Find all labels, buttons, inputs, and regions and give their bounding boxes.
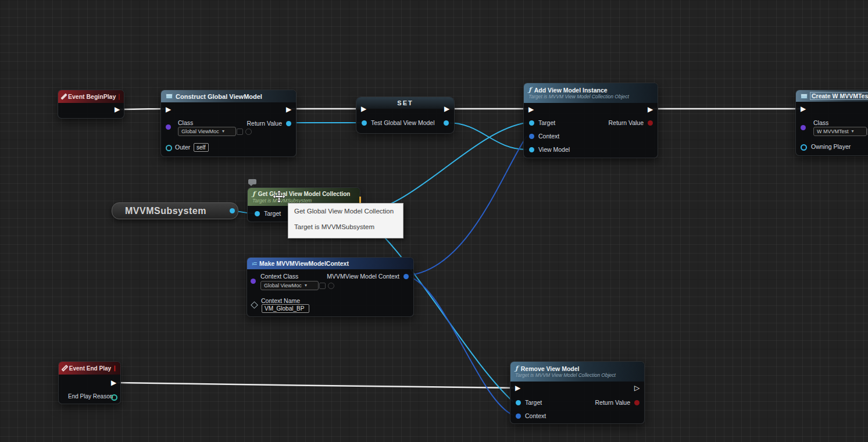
class-dropdown[interactable]: W MVVMTest ▾ <box>813 127 867 136</box>
context-class-dropdown[interactable]: Global ViewMoc ▾ <box>260 281 319 290</box>
exec-out-pin[interactable] <box>110 379 117 387</box>
class-label: Class <box>813 119 828 126</box>
subsystem-out-pin[interactable] <box>230 208 235 213</box>
wire-exec-endplay-remove <box>117 383 514 388</box>
wire-data-getglobal-add-target <box>355 123 527 213</box>
exec-in-pin[interactable] <box>514 384 521 392</box>
class-pin[interactable] <box>166 124 171 130</box>
context-pin[interactable] <box>529 134 534 139</box>
event-icon <box>61 365 68 372</box>
return-value-pin[interactable] <box>634 400 640 405</box>
construct-icon <box>166 94 173 99</box>
context-name-pin[interactable] <box>251 301 258 309</box>
node-title: Add View Model Instance <box>534 87 608 94</box>
return-value-label: Return Value <box>595 399 630 406</box>
context-class-pin[interactable] <box>251 279 256 284</box>
exec-out-pin[interactable] <box>633 384 641 392</box>
wire-data-make-remove-context <box>405 276 513 415</box>
node-mvvm-subsystem[interactable]: MVVMSubsystem <box>112 202 238 219</box>
exec-out-pin[interactable] <box>285 106 292 113</box>
node-tooltip: Get Global View Model Collection Target … <box>288 203 403 238</box>
exec-out-pin[interactable] <box>443 105 451 113</box>
viewmodel-context-out-pin[interactable] <box>403 274 409 279</box>
view-model-pin[interactable] <box>529 147 534 152</box>
target-pin[interactable] <box>529 120 534 126</box>
context-name-label: Context Name <box>261 297 300 304</box>
node-construct-global-viewmodel[interactable]: Construct Global ViewModel Class Global … <box>160 90 297 157</box>
exec-in-pin[interactable] <box>527 106 535 113</box>
comment-bubble-icon[interactable] <box>248 179 256 184</box>
make-struct-icon: ›= <box>252 261 256 266</box>
exec-in-pin[interactable] <box>360 105 367 113</box>
hover-highlight-tick <box>359 197 361 203</box>
node-event-end-play[interactable]: Event End Play End Play Reason <box>58 361 121 404</box>
node-title: Create W MVVMTest Wi <box>810 92 868 100</box>
end-play-reason-pin[interactable] <box>111 394 117 401</box>
target-label: Target <box>538 119 555 126</box>
return-value-label: Return Value <box>608 119 644 126</box>
copy-icon[interactable] <box>319 283 326 289</box>
class-label: Class <box>178 119 193 126</box>
class-asset-icons[interactable] <box>237 129 252 135</box>
class-asset-icons[interactable] <box>319 283 334 289</box>
blueprint-graph-canvas[interactable]: Event BeginPlay Construct Global ViewMod… <box>0 0 868 442</box>
return-value-pin[interactable] <box>648 120 653 126</box>
move-cursor-icon <box>273 190 285 203</box>
wire-data-set-add-viewmodel <box>448 123 527 149</box>
variable-label: Test Global View Model <box>371 119 435 126</box>
node-remove-view-model[interactable]: ƒ Remove View Model Target is MVVM View … <box>510 361 645 424</box>
output-label: MVVMView Model Context <box>327 273 399 280</box>
node-title: Get Global View Model Collection <box>258 191 351 198</box>
exec-out-pin[interactable] <box>646 106 654 113</box>
node-create-widget[interactable]: Create W MVVMTest Wi Class W MVVMTest ▾ … <box>795 90 868 156</box>
end-play-reason-label: End Play Reason <box>68 393 113 400</box>
class-dropdown[interactable]: Global ViewMoc ▾ <box>178 127 236 136</box>
node-make-mvvm-viewmodel-context[interactable]: ›= Make MVVMViewModelContext Context Cla… <box>247 257 414 317</box>
node-title: Make MVVMViewModelContext <box>259 260 349 267</box>
copy-icon[interactable] <box>237 129 243 135</box>
function-icon: ƒ <box>252 191 255 197</box>
return-value-label: Return Value <box>247 120 282 127</box>
class-pin[interactable] <box>801 125 806 130</box>
outer-value-input[interactable]: self <box>194 143 209 152</box>
context-label: Context <box>538 133 559 140</box>
browse-icon[interactable] <box>245 129 252 135</box>
event-icon <box>60 93 67 99</box>
context-label: Context <box>525 412 546 419</box>
target-label: Target <box>264 210 281 217</box>
function-icon: ƒ <box>515 366 518 372</box>
context-class-label: Context Class <box>260 273 298 280</box>
node-title: Remove View Model <box>521 365 580 372</box>
chevron-down-icon: ▾ <box>305 282 307 289</box>
exec-out-pin[interactable] <box>113 106 121 113</box>
event-stop-icon <box>119 94 120 100</box>
variable-in-pin[interactable] <box>362 120 367 126</box>
node-add-view-model-instance[interactable]: ƒ Add View Model Instance Target is MVVM… <box>523 83 658 158</box>
outer-label: Outer <box>175 144 190 151</box>
chevron-down-icon: ▾ <box>852 128 854 135</box>
exec-in-pin[interactable] <box>165 106 172 113</box>
node-title: Construct Global ViewModel <box>176 93 262 100</box>
node-set-test-global-view-model[interactable]: SET Test Global View Model <box>356 97 455 134</box>
variable-title: MVVMSubsystem <box>125 206 206 216</box>
owning-player-pin[interactable] <box>801 144 807 151</box>
wire-layer <box>0 0 868 442</box>
widget-icon <box>801 94 808 99</box>
outer-pin[interactable] <box>166 145 172 151</box>
node-subtitle: Target is MVVM View Model Collection Obj… <box>515 372 616 378</box>
return-value-pin[interactable] <box>286 121 291 126</box>
target-pin[interactable] <box>255 211 260 216</box>
chevron-down-icon: ▾ <box>222 128 224 135</box>
variable-out-pin[interactable] <box>444 120 449 126</box>
node-subtitle: Target is MVVM View Model Collection Obj… <box>528 94 629 99</box>
browse-icon[interactable] <box>328 283 334 289</box>
exec-in-pin[interactable] <box>799 105 807 113</box>
tooltip-target: Target is MVVMSubsystem <box>294 223 374 230</box>
target-pin[interactable] <box>516 400 521 405</box>
wire-data-make-add-context <box>405 136 527 276</box>
target-label: Target <box>525 399 542 406</box>
context-name-input[interactable]: VM_Global_BP <box>262 304 309 313</box>
node-event-beginplay[interactable]: Event BeginPlay <box>58 90 124 119</box>
view-model-label: View Model <box>538 146 570 153</box>
context-pin[interactable] <box>516 414 521 419</box>
